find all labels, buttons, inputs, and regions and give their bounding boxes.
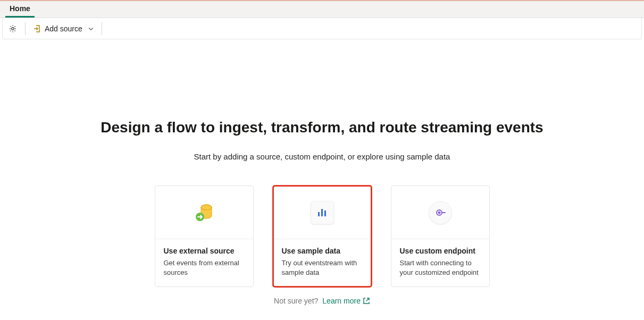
svg-point-0 xyxy=(12,27,14,30)
add-source-button[interactable]: Add source xyxy=(33,24,94,33)
svg-rect-4 xyxy=(318,212,320,216)
chevron-down-icon xyxy=(88,26,94,32)
page-subtitle: Start by adding a source, custom endpoin… xyxy=(0,152,644,161)
tab-home[interactable]: Home xyxy=(5,1,35,18)
card-body: Use sample data Try out eventstream with… xyxy=(273,239,371,287)
card-title: Use custom endpoint xyxy=(400,247,481,255)
cards-row: Use external source Get events from exte… xyxy=(0,186,644,287)
svg-rect-5 xyxy=(321,209,323,216)
toolbar-divider-2 xyxy=(102,22,102,35)
svg-rect-6 xyxy=(324,210,326,216)
card-custom-endpoint[interactable]: Use custom endpoint Start with connectin… xyxy=(391,186,490,287)
card-title: Use sample data xyxy=(282,247,363,255)
card-icon-wrap xyxy=(155,186,253,239)
card-external-source[interactable]: Use external source Get events from exte… xyxy=(155,186,254,287)
bar-chart-icon xyxy=(316,207,328,218)
card-desc: Try out eventstream with sample data xyxy=(282,258,363,277)
card-desc: Start with connecting to your customized… xyxy=(400,258,481,277)
footer-help: Not sure yet? Learn more xyxy=(0,297,644,305)
database-arrow-icon xyxy=(191,200,217,225)
arrow-in-icon xyxy=(33,24,41,33)
page-heading: Design a flow to ingest, transform, and … xyxy=(0,119,644,136)
card-icon-wrap xyxy=(391,186,489,239)
card-desc: Get events from external sources xyxy=(164,258,245,277)
svg-point-8 xyxy=(438,212,440,213)
card-body: Use external source Get events from exte… xyxy=(155,239,253,287)
settings-button[interactable] xyxy=(8,24,18,33)
card-body: Use custom endpoint Start with connectin… xyxy=(391,239,489,287)
main-content: Design a flow to ingest, transform, and … xyxy=(0,39,644,305)
card-icon-wrap xyxy=(273,186,371,239)
icon-circle xyxy=(429,201,452,224)
card-sample-data[interactable]: Use sample data Try out eventstream with… xyxy=(273,186,372,287)
endpoint-icon xyxy=(434,207,446,218)
learn-more-link[interactable]: Learn more xyxy=(322,297,370,305)
toolbar-divider xyxy=(25,22,26,35)
card-title: Use external source xyxy=(164,247,245,255)
toolbar: Add source xyxy=(2,18,642,39)
tab-bar: Home xyxy=(0,1,644,18)
icon-tile xyxy=(311,201,334,224)
gear-icon xyxy=(8,24,18,33)
external-link-icon xyxy=(363,297,370,305)
learn-more-label: Learn more xyxy=(322,297,361,305)
add-source-label: Add source xyxy=(45,24,82,33)
footer-prompt: Not sure yet? xyxy=(274,297,318,305)
tab-home-label: Home xyxy=(10,4,30,13)
